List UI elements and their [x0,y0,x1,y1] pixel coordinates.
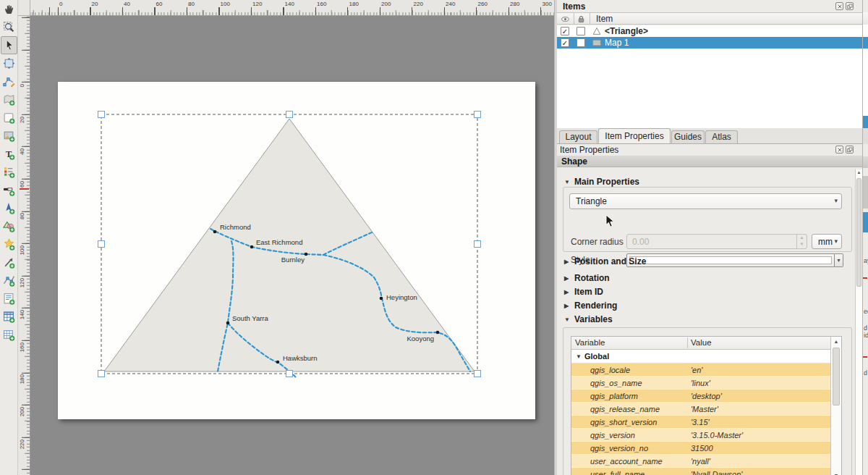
scrollbar-thumb[interactable] [833,348,840,405]
selection-handle[interactable] [98,112,105,118]
scroll-up-icon[interactable]: ▲ [856,170,862,175]
items-panel-float-button[interactable] [846,2,854,10]
corner-radius-spinbox[interactable]: 0.00 ▲▼ [626,234,807,249]
scrollbar-thumb[interactable] [856,178,861,287]
group-header-rendering[interactable]: ▶Rendering [564,300,617,312]
corner-radius-label: Corner radius [571,237,624,247]
add-shape-icon [3,220,15,232]
tool-edit-nodes-item[interactable] [1,72,17,91]
variable-row-qgis_platform[interactable]: qgis_platform'desktop' [571,390,830,403]
selection-handle[interactable] [98,371,105,377]
lock-checkbox[interactable] [576,38,585,47]
shape-type-value: Triangle [576,196,607,206]
visibility-checkbox[interactable]: ✓ [561,38,569,47]
tool-add-map[interactable] [1,91,17,109]
sliver-fragment [863,144,868,156]
ruler-label: 140 [19,310,25,319]
add-html-icon [3,293,15,305]
variable-row-qgis_os_name[interactable]: qgis_os_name'linux' [571,377,830,390]
variables-table-scrollbar[interactable]: ▲ ▼ [830,337,841,475]
tool-add-attribute-table[interactable] [1,308,17,326]
variables-table-header[interactable]: Variable Value [571,337,830,350]
item-properties-close-button[interactable] [835,146,843,154]
layout-canvas[interactable]: RichmondEast RichmondBurnleyHeyingtonSou… [30,16,554,475]
group-header-position-and-size[interactable]: ▶Position and Size [564,256,646,268]
variable-row-qgis_version[interactable]: qgis_version'3.15.0-Master' [571,429,830,442]
tool-add-arrow[interactable] [1,253,17,272]
tab-layout[interactable]: Layout [559,130,597,143]
scroll-up-icon[interactable]: ▲ [831,337,841,346]
group-header-rotation[interactable]: ▶Rotation [564,273,610,285]
tool-zoom[interactable] [1,18,17,36]
variable-row-user_full_name[interactable]: user_full_name'Nyall Dawson' [571,468,830,475]
tool-move-item-content[interactable] [1,54,17,72]
unit-combobox[interactable]: mm ▾ [812,234,842,249]
items-list-header: Item [557,12,862,25]
item-properties-content: ▼Main Properties Triangle ▾ Corner radiu… [557,167,862,475]
station-label-east-richmond: East Richmond [256,238,302,246]
tool-add-label[interactable]: T [1,145,17,163]
tab-item-properties[interactable]: Item Properties [598,128,671,143]
selection-handle[interactable] [286,112,293,118]
sliver-text-fragment: id [864,332,868,339]
tool-add-fixed-table[interactable] [1,326,17,344]
layout-toolbox: T [0,0,18,475]
tool-add-3d-map[interactable] [1,109,17,127]
variable-row-qgis_release_name[interactable]: qgis_release_name'Master' [571,403,830,416]
selection-handle[interactable] [286,371,293,377]
item-properties-float-button[interactable] [846,146,854,154]
ruler-label: 100 [19,245,25,255]
variable-row-user_account_name[interactable]: user_account_name'nyall' [571,455,830,468]
selection-handle[interactable] [475,112,481,118]
item-row-triangle[interactable]: ✓<Triangle> [557,25,862,37]
shape-type-combobox[interactable]: Triangle ▾ [569,193,842,209]
ruler-label: 200 [381,1,391,7]
tool-add-node-item[interactable] [1,272,17,290]
edit-nodes-item-icon [3,75,15,88]
ruler-label: 20 [92,1,98,7]
style-button[interactable] [626,253,835,267]
shape-section-header: Shape [557,156,862,167]
scroll-down-icon[interactable]: ▼ [831,471,841,475]
tool-add-html[interactable] [1,290,17,308]
variable-row-qgis_version_no[interactable]: qgis_version_no31500 [571,442,830,455]
tool-add-scalebar[interactable] [1,181,17,199]
station-dot-richmond [213,230,217,234]
visibility-checkbox[interactable]: ✓ [561,27,569,35]
variables-group-header[interactable]: ▼Variables [564,314,613,326]
tool-add-marker[interactable] [1,235,17,253]
group-header-item-id[interactable]: ▶Item ID [564,287,603,298]
chevron-down-icon: ▾ [834,238,838,245]
panel-scrollbar[interactable]: ▲ [855,169,862,475]
items-panel-close-button[interactable] [835,2,843,10]
style-dropdown-icon[interactable]: ▾ [835,253,843,267]
ruler-label: 300 [542,1,552,7]
item-row-map1[interactable]: ✓Map 1 [557,37,862,49]
tab-atlas[interactable]: Atlas [705,130,738,143]
station-dot-hawksburn [276,361,280,364]
variables-group-row[interactable]: ▼Global [571,350,830,363]
sliver-fragment [863,12,868,25]
ruler-label: 60 [156,1,163,7]
expand-arrow-icon: ▶ [564,303,574,309]
map-item-triangle[interactable]: RichmondEast RichmondBurnleyHeyingtonSou… [30,16,554,475]
tab-guides[interactable]: Guides [671,130,705,143]
spinbox-arrows-icon[interactable]: ▲▼ [796,235,807,248]
lock-checkbox[interactable] [576,27,585,35]
selection-handle[interactable] [475,371,481,377]
tool-add-picture[interactable] [1,127,17,145]
tool-select-move-item[interactable] [1,36,17,54]
add-fixed-table-icon [3,329,15,341]
variable-row-qgis_locale[interactable]: qgis_locale'en' [571,363,830,377]
value-column-header[interactable]: Value [691,338,712,347]
sliver-fragment [863,128,868,144]
tool-pan-layout[interactable] [1,0,17,18]
tool-add-shape[interactable] [1,217,17,235]
selection-handle[interactable] [98,241,105,248]
variable-row-qgis_short_version[interactable]: qgis_short_version'3.15' [571,416,830,429]
tool-add-north-arrow[interactable] [1,199,17,217]
selection-handle[interactable] [475,241,481,248]
tool-add-legend[interactable] [1,163,17,181]
variable-column-header[interactable]: Variable [575,338,605,347]
right-dock: Items Item ✓<Triangle>✓Map 1 LayoutItem … [557,0,862,475]
